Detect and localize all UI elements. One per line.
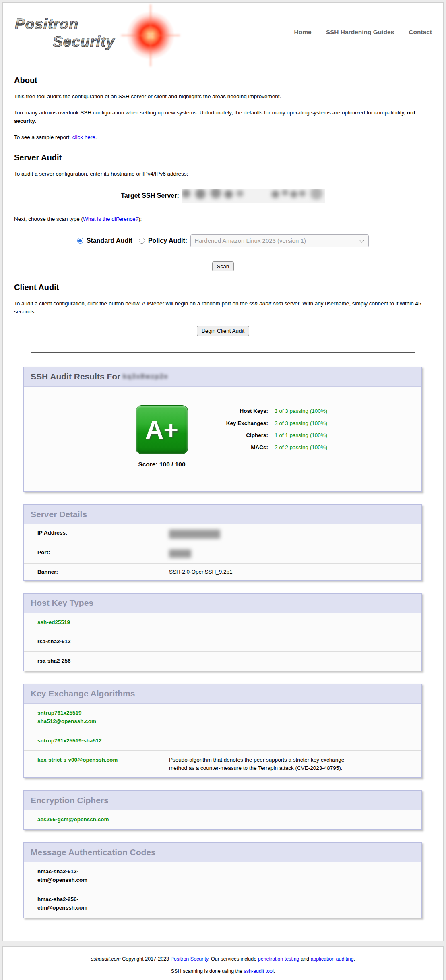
scan-type-radio-row: Standard Audit Policy Audit: Hardened Am… [14,234,432,247]
scan-button-wrap: Scan [14,261,432,271]
stat-label: Ciphers: [216,431,268,439]
redacted-blob [169,549,191,558]
server-audit-intro: To audit a server configuration, enter i… [14,170,432,178]
encryption-ciphers-panel: Encryption Ciphers aes256-gcm@openssh.co… [23,790,422,830]
stat-row-host-keys: Host Keys: 3 of 3 passing (100%) [216,407,327,415]
key-exchange-panel: Key Exchange Algorithms sntrup761x25519-… [23,684,422,778]
list-item: hmac-sha2-256- etm@openssh.com [24,890,421,918]
key-exchange-header: Key Exchange Algorithms [24,684,421,704]
server-details-panel: Server Details IP Address: Port: Banner:… [23,504,422,581]
scan-type-text: Next, choose the scan type ( [14,216,83,222]
policy-select-value: Hardened Amazon Linux 2023 (version 1) [194,237,306,244]
client-button-wrap: Begin Client Audit [14,326,432,336]
footer-line-1: sshaudit.com Copyright 2017-2023 Positro… [3,956,443,962]
algorithm-name: hmac-sha2-512- etm@openssh.com [37,868,169,885]
footer-services-text: . Our services include [208,956,258,962]
sample-report-text: To see a sample report, [14,134,72,140]
stat-value: 2 of 2 passing (100%) [275,443,327,452]
about-p2-text: Too many admins overlook SSH configurati… [14,110,407,116]
results-body: A+ Score: 100 / 100 Host Keys: 3 of 3 pa… [24,387,421,491]
algorithm-name: ssh-ed25519 [37,618,169,627]
score-line: Score: 100 / 100 [134,461,190,468]
list-item: sntrup761x25519- sha512@openssh.com [24,704,421,731]
algorithm-name: rsa-sha2-256 [37,657,169,665]
scan-type-difference-link[interactable]: What is the difference? [83,216,138,222]
row-label: Port: [37,549,169,558]
stat-value: 3 of 3 passing (100%) [275,419,327,427]
site-footer: sshaudit.com Copyright 2017-2023 Positro… [2,946,444,980]
footer-line-2: SSH scanning is done using the ssh-audit… [3,968,443,974]
algorithm-name: kex-strict-s-v00@openssh.com [37,756,169,773]
table-row-ip-address: IP Address: [24,524,421,544]
ssh-audit-tool-link[interactable]: ssh-audit tool [244,968,273,974]
client-audit-text: To audit a client configuration, click t… [14,300,249,307]
stat-row-key-exchanges: Key Exchanges: 3 of 3 passing (100%) [216,419,327,427]
red-starburst-icon [127,12,174,59]
main-nav: Home SSH Hardening Guides Contact [294,29,432,36]
about-section: About This free tool audits the configur… [3,76,443,142]
footer-line2-end: . [274,968,275,974]
sample-report-link[interactable]: click here [72,134,95,140]
results-panel-header: SSH Audit Results For kq3x8wzp2e [24,367,421,387]
redacted-port-value [169,549,191,558]
logo-word-security: Security [53,33,115,50]
server-audit-heading: Server Audit [14,153,432,162]
penetration-testing-link[interactable]: penetration testing [258,956,299,962]
list-item: rsa-sha2-512 [24,632,421,652]
stat-row-macs: MACs: 2 of 2 passing (100%) [216,443,327,452]
header-separator [8,64,438,64]
message-authentication-codes-panel: Message Authentication Codes hmac-sha2-5… [23,842,422,918]
about-heading: About [14,76,432,85]
table-row-banner: Banner: SSH-2.0-OpenSSH_9.2p1 [24,564,421,580]
standard-audit-radio[interactable] [77,238,83,244]
stat-label: Host Keys: [216,407,268,415]
target-server-row: Target SSH Server: [14,189,432,203]
algorithm-name: aes256-gcm@openssh.com [37,816,169,824]
server-audit-section: Server Audit To audit a server configura… [3,153,443,271]
main-content: Positron Security Home SSH Hardening Gui… [2,2,444,941]
list-item: sntrup761x25519-sha512 [24,731,421,751]
host-key-types-panel: Host Key Types ssh-ed25519 rsa-sha2-512 … [23,593,422,671]
results-title-text: SSH Audit Results For [31,372,123,381]
host-key-types-header: Host Key Types [24,594,421,613]
client-audit-section: Client Audit To audit a client configura… [3,283,443,336]
about-paragraph-2: Too many admins overlook SSH configurati… [14,109,432,126]
grade-badge: A+ [136,405,188,454]
stat-label: MACs: [216,443,268,452]
ssh-audit-com-italic: ssh-audit.com [249,300,283,307]
policy-audit-label: Policy Audit: [148,237,187,244]
target-ssh-server-label: Target SSH Server: [121,192,179,199]
client-audit-paragraph: To audit a client configuration, click t… [14,300,432,317]
positron-security-logo[interactable]: Positron Security [14,8,187,60]
list-item: kex-strict-s-v00@openssh.com Pseudo-algo… [24,751,421,778]
policy-audit-radio[interactable] [139,238,145,244]
report-panels: SSH Audit Results For kq3x8wzp2e A+ Scor… [23,367,422,918]
redacted-hostname: kq3x8wzp2e [123,373,168,380]
algorithm-name: hmac-sha2-256- etm@openssh.com [37,895,169,912]
algorithm-name: rsa-sha2-512 [37,638,169,646]
positron-security-link[interactable]: Positron Security [170,956,208,962]
about-paragraph-3: To see a sample report, click here. [14,133,432,142]
logo-word-positron: Positron [15,16,78,33]
client-audit-heading: Client Audit [14,283,432,292]
scan-button[interactable]: Scan [212,261,234,271]
stat-row-ciphers: Ciphers: 1 of 1 passing (100%) [216,431,327,439]
footer-dot: . [353,956,355,962]
footer-and-text: and [299,956,311,962]
policy-select[interactable]: Hardened Amazon Linux 2023 (version 1) [190,234,369,247]
nav-item-ssh-hardening-guides[interactable]: SSH Hardening Guides [326,29,394,36]
footer-scanning-text: SSH scanning is done using the [171,968,244,974]
redacted-ip-value [169,530,220,539]
application-auditing-link[interactable]: application auditing [310,956,353,962]
begin-client-audit-button[interactable]: Begin Client Audit [197,326,250,336]
server-details-header: Server Details [24,505,421,524]
nav-item-contact[interactable]: Contact [409,29,432,36]
nav-item-home[interactable]: Home [294,29,312,36]
grade-column: A+ Score: 100 / 100 [134,405,190,468]
results-separator [31,352,415,353]
row-label: Banner: [37,569,169,575]
row-label: IP Address: [37,530,169,539]
table-row-port: Port: [24,544,421,564]
stat-value: 3 of 3 passing (100%) [275,407,327,415]
target-ssh-server-input[interactable] [182,189,325,203]
